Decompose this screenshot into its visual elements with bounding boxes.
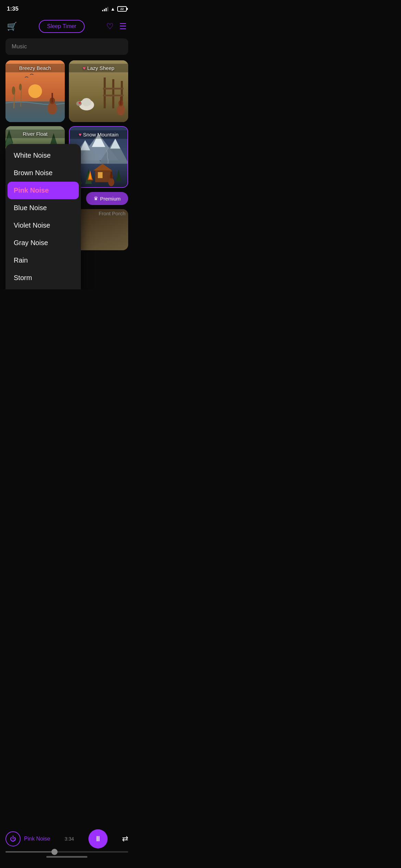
dropdown-item-storm[interactable]: Storm [5, 269, 81, 287]
dropdown-item-pink-noise[interactable]: Pink Noise [8, 182, 79, 199]
card-lazy-sheep[interactable]: Lazy Sheep [69, 60, 128, 122]
svg-point-51 [108, 178, 114, 186]
wifi-icon: ▲ [110, 6, 115, 12]
dropdown-item-rain[interactable]: Rain [5, 252, 81, 269]
dropdown-item-fan[interactable]: Fan [5, 287, 81, 289]
svg-rect-47 [98, 172, 103, 178]
svg-point-4 [12, 86, 15, 95]
crown-icon: ♛ [94, 195, 98, 202]
card-lazy-sheep-label: Lazy Sheep [69, 64, 128, 72]
svg-rect-15 [103, 95, 124, 96]
status-bar: 1:35 ▲ 22 [0, 0, 134, 16]
svg-rect-12 [112, 79, 114, 108]
svg-rect-9 [52, 93, 53, 103]
dropdown-menu: White Noise Brown Noise Pink Noise Blue … [5, 144, 81, 289]
sleep-timer-button[interactable]: Sleep Timer [39, 20, 84, 33]
svg-rect-14 [103, 88, 124, 89]
cart-icon[interactable]: 🛒 [7, 22, 17, 31]
top-nav: 🛒 Sleep Timer ♡ ☰ [0, 16, 134, 38]
svg-rect-11 [104, 77, 106, 108]
dropdown-item-white-noise[interactable]: White Noise [5, 147, 81, 164]
svg-point-17 [82, 98, 92, 106]
nav-right: ♡ ☰ [106, 22, 127, 31]
card-snow-mountain-label: Snow Mountain [70, 130, 127, 139]
svg-rect-24 [120, 97, 122, 105]
signal-icon [102, 7, 108, 11]
menu-icon[interactable]: ☰ [119, 22, 127, 31]
dropdown-item-violet-noise[interactable]: Violet Noise [5, 217, 81, 234]
premium-button[interactable]: ♛ Premium [86, 192, 128, 205]
section-label: Music [5, 38, 128, 55]
card-river-float-label: River Float [5, 130, 65, 138]
card-breezy-beach-label: Breezy Beach [5, 64, 65, 72]
dropdown-item-brown-noise[interactable]: Brown Noise [5, 164, 81, 182]
status-icons: ▲ 22 [102, 6, 127, 12]
dropdown-item-blue-noise[interactable]: Blue Noise [5, 199, 81, 217]
svg-point-6 [19, 84, 22, 91]
svg-point-1 [28, 84, 42, 98]
card-breezy-beach[interactable]: Breezy Beach [5, 60, 65, 122]
svg-point-21 [79, 102, 81, 104]
status-time: 1:35 [7, 5, 19, 12]
battery-icon: 22 [117, 6, 127, 12]
favorites-icon[interactable]: ♡ [106, 22, 114, 31]
dropdown-item-gray-noise[interactable]: Gray Noise [5, 234, 81, 252]
svg-rect-53 [111, 172, 112, 178]
